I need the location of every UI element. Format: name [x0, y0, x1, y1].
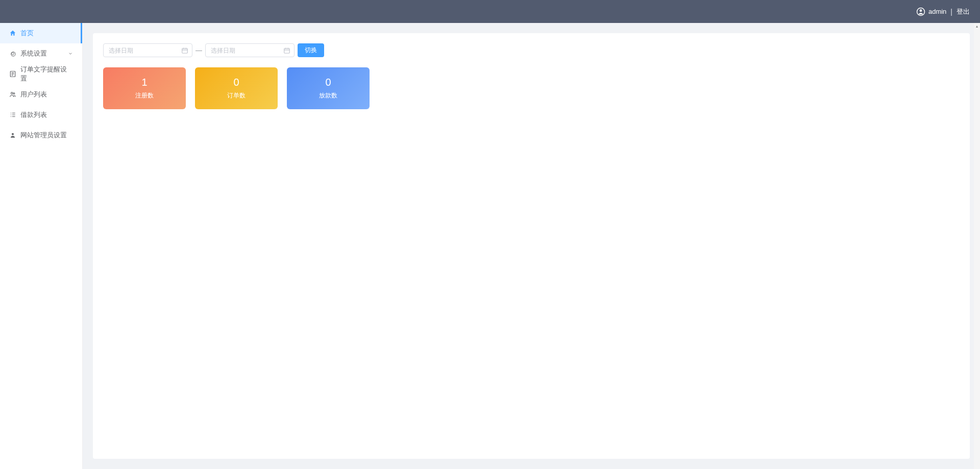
- svg-rect-6: [182, 48, 188, 53]
- top-header: admin | 登出: [0, 0, 980, 23]
- sidebar-item-user-list[interactable]: 用户列表: [0, 84, 82, 105]
- stat-label: 订单数: [227, 91, 246, 100]
- calendar-icon: [181, 47, 188, 54]
- end-date-input[interactable]: [205, 43, 295, 57]
- home-icon: [9, 30, 16, 37]
- stat-value: 0: [325, 77, 331, 88]
- stat-value: 0: [233, 77, 239, 88]
- person-icon: [9, 132, 16, 139]
- date-filter-row: — 切换: [103, 43, 960, 57]
- username-label: admin: [928, 8, 946, 15]
- user-avatar-icon: [916, 7, 925, 16]
- sidebar-item-label: 订单文字提醒设置: [20, 65, 73, 83]
- sidebar-item-home[interactable]: 首页: [0, 23, 82, 43]
- scrollbar[interactable]: ▴: [974, 23, 980, 469]
- end-date-input-wrap: [205, 43, 295, 57]
- sidebar-item-label: 用户列表: [20, 90, 47, 99]
- date-separator: —: [195, 46, 202, 54]
- svg-point-3: [11, 92, 13, 94]
- gear-icon: [9, 50, 16, 57]
- sidebar-item-loan-list[interactable]: 借款列表: [0, 105, 82, 125]
- svg-rect-7: [284, 48, 290, 53]
- stat-card-orders: 0 订单数: [195, 67, 278, 109]
- scroll-up-icon[interactable]: ▴: [975, 24, 979, 28]
- header-separator: |: [950, 8, 952, 16]
- stat-label: 放款数: [319, 91, 337, 100]
- sidebar-item-label: 系统设置: [20, 49, 47, 58]
- chevron-down-icon: [68, 51, 73, 56]
- sidebar: 首页 系统设置 订单文字提醒设置 用户列表 借款列表 网站管理员设置: [0, 23, 83, 469]
- dashboard-card: — 切换 1 注册数 0 订单数 0 放款数: [93, 33, 970, 459]
- svg-point-1: [920, 9, 922, 12]
- sidebar-item-label: 借款列表: [20, 110, 47, 119]
- list-icon: [9, 111, 16, 118]
- start-date-input-wrap: [103, 43, 192, 57]
- switch-button[interactable]: 切换: [298, 43, 324, 57]
- calendar-icon: [283, 47, 290, 54]
- sidebar-item-system-settings[interactable]: 系统设置: [0, 43, 82, 64]
- content-area: — 切换 1 注册数 0 订单数 0 放款数: [83, 23, 980, 469]
- doc-icon: [9, 70, 16, 78]
- sidebar-item-label: 首页: [20, 29, 34, 38]
- logout-link[interactable]: 登出: [957, 7, 970, 16]
- stat-card-registrations: 1 注册数: [103, 67, 186, 109]
- stat-card-disbursements: 0 放款数: [287, 67, 370, 109]
- svg-point-4: [13, 93, 15, 94]
- stat-value: 1: [141, 77, 147, 88]
- svg-point-5: [12, 133, 14, 135]
- users-icon: [9, 91, 16, 98]
- user-info[interactable]: admin: [916, 7, 946, 16]
- sidebar-item-admin-settings[interactable]: 网站管理员设置: [0, 125, 82, 145]
- sidebar-item-label: 网站管理员设置: [20, 131, 67, 140]
- start-date-input[interactable]: [103, 43, 192, 57]
- stat-label: 注册数: [135, 91, 154, 100]
- sidebar-item-order-text-reminder[interactable]: 订单文字提醒设置: [0, 64, 82, 84]
- stats-row: 1 注册数 0 订单数 0 放款数: [103, 67, 960, 109]
